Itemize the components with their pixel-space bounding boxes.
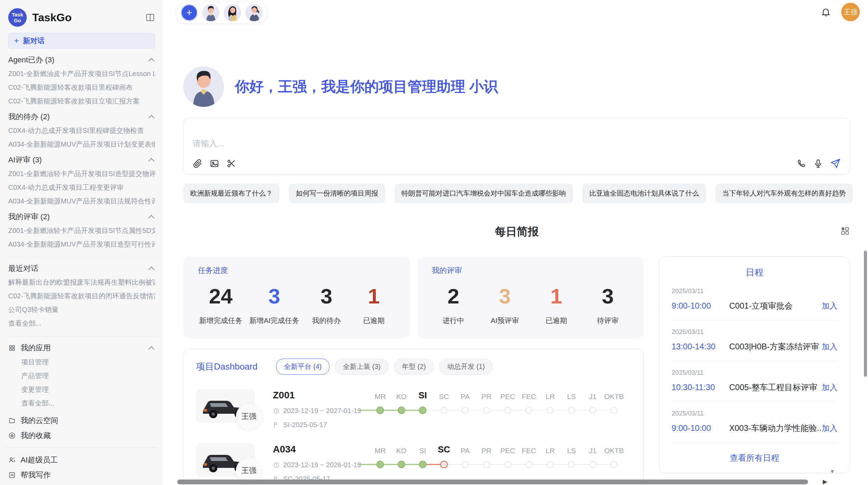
sidebar-item-favorites[interactable]: 我的收藏 <box>8 431 155 440</box>
milestone[interactable]: LS <box>561 443 582 471</box>
join-link[interactable]: 加入 <box>822 423 837 434</box>
scroll-down-arrow-icon[interactable]: ▼ <box>830 469 835 475</box>
milestone[interactable]: SC <box>433 389 455 417</box>
phone-icon[interactable] <box>796 159 806 169</box>
milestone[interactable]: OKTB <box>603 389 625 417</box>
task-item[interactable]: A034-全新新能源MUV产品开发项目法规符合性评审 <box>8 197 155 206</box>
conversation-item[interactable]: 解释最新出台的欧盟报废车法规再生塑料比例被调至15%... <box>8 278 155 287</box>
app-item[interactable]: 查看全部... <box>21 399 155 408</box>
task-item[interactable]: A034-全新新能源MUV产品开发项目计划变更表编写 <box>8 140 155 149</box>
chat-input[interactable]: 请输入... <box>184 118 850 149</box>
milestone[interactable]: PEC <box>497 443 518 471</box>
image-icon[interactable] <box>209 159 219 169</box>
milestone[interactable]: FEC <box>518 443 540 471</box>
suggestion-chip[interactable]: 欧洲新规最近颁布了什么？ <box>183 184 279 203</box>
stat[interactable]: 3 AI预评审 <box>485 278 525 325</box>
project-thumbnail: 王强 <box>196 443 255 477</box>
milestone[interactable]: PA <box>455 389 476 417</box>
schedule-event-title: C001-立项审批会 <box>729 300 822 311</box>
paperclip-icon[interactable] <box>193 159 203 169</box>
task-item[interactable]: C0X4-动力总成开发项目SI里程碑提交物检查 <box>8 126 155 135</box>
view-all-schedule-link[interactable]: 查看所有日程 <box>672 452 837 463</box>
sidebar-collapse-icon[interactable] <box>145 13 155 22</box>
join-link[interactable]: 加入 <box>822 382 837 393</box>
conversation-item[interactable]: 公司Q3轻卡销量 <box>8 305 155 314</box>
milestone[interactable]: MR <box>370 389 391 417</box>
vertical-scrollbar[interactable] <box>864 251 867 377</box>
suggestion-chip[interactable]: 比亚迪全固态电池计划具体说了什么 <box>582 184 706 203</box>
scissors-icon[interactable] <box>226 159 236 169</box>
milestone[interactable]: SI <box>412 443 433 471</box>
filter-tab[interactable]: 动总开发 (1) <box>439 359 493 375</box>
task-item[interactable]: A034-全新新能源MUV产品开发项目造型可行性评审 <box>8 240 155 249</box>
join-link[interactable]: 加入 <box>822 301 837 311</box>
sidebar-my-apps[interactable]: 我的应用 <box>8 343 155 353</box>
agent-avatar-1[interactable] <box>202 4 219 21</box>
task-item[interactable]: Z001-全新燃油轻卡产品开发项目SI节点属性5D文件评审 <box>8 226 155 235</box>
milestone[interactable]: LR <box>540 389 561 417</box>
sidebar-section-recent[interactable]: 最近对话 <box>8 264 155 273</box>
task-item[interactable]: C02-飞腾新能源轻客改款项目立项汇报方案 <box>8 97 155 105</box>
stat-label: AI预评审 <box>485 316 525 325</box>
project-row-a034[interactable]: 王强 A034 2023-12-19 ~ 2026-01-19 <box>196 443 631 483</box>
milestone[interactable]: J1 <box>582 389 603 417</box>
owner-badge: 王强 <box>236 403 262 430</box>
milestone[interactable]: PR <box>476 443 497 471</box>
task-item[interactable]: Z001-全新燃油皮卡产品开发项目SI节点Lesson Learn报告 <box>8 69 155 78</box>
stat[interactable]: 1 已逾期 <box>354 278 394 325</box>
milestone[interactable]: PEC <box>497 389 518 417</box>
task-item[interactable]: C02-飞腾新能源轻客改款项目里程碑画布 <box>8 83 155 92</box>
send-icon[interactable] <box>830 158 841 169</box>
suggestion-chip[interactable]: 当下年轻人对汽车外观有怎样的喜好趋势 <box>715 184 853 203</box>
sidebar-item-help-write[interactable]: 帮我写作 <box>8 470 155 480</box>
project-row-z001[interactable]: 王强 Z001 2023-12-19 ~ 2027-01-19 <box>196 389 631 429</box>
task-item[interactable]: C0X4-动力总成开发项目工程变更评审 <box>8 183 155 192</box>
new-chat-button[interactable]: + 新对话 <box>8 33 155 49</box>
conversation-item[interactable]: 查看全部... <box>8 319 155 328</box>
join-link[interactable]: 加入 <box>822 341 837 352</box>
stat[interactable]: 24 新增完成任务 <box>199 278 242 325</box>
milestone[interactable]: LR <box>540 443 561 471</box>
milestone[interactable]: LS <box>561 389 582 417</box>
app-item[interactable]: 变更管理 <box>21 385 155 394</box>
suggestion-chip[interactable]: 特朗普可能对进口汽车增税会对中国车企造成哪些影响 <box>395 184 573 203</box>
stat[interactable]: 3 我的待办 <box>306 278 347 325</box>
milestone[interactable]: FEC <box>518 389 540 417</box>
milestone[interactable]: SI <box>412 389 433 417</box>
suggestion-chip[interactable]: 如何写一份清晰的项目周报 <box>289 184 385 203</box>
stat[interactable]: 2 进行中 <box>433 278 474 325</box>
milestone[interactable]: PR <box>476 389 497 417</box>
task-item[interactable]: Z001-全新燃油轻卡产品开发项目SI造型提交物评审 <box>8 169 155 178</box>
sidebar-item-ai-staff[interactable]: AI超级员工 <box>8 455 155 465</box>
stat[interactable]: 3 新增AI完成任务 <box>249 278 299 325</box>
milestone[interactable]: PA <box>455 443 476 471</box>
sidebar-section-agent-done[interactable]: Agent已办 (3) <box>8 55 155 64</box>
agent-avatar-2[interactable] <box>224 4 241 21</box>
milestone[interactable]: KO <box>391 389 412 417</box>
filter-tab[interactable]: 全新平台 (4) <box>276 359 329 375</box>
layout-grid-icon[interactable] <box>840 226 850 236</box>
milestone[interactable]: MR <box>370 443 391 471</box>
scroll-right-arrow-icon[interactable]: ▶ <box>823 478 827 485</box>
app-item[interactable]: 产品管理 <box>21 371 155 380</box>
notification-bell-icon[interactable] <box>821 7 831 17</box>
sidebar-section-my-todo[interactable]: 我的待办 (2) <box>8 112 155 121</box>
filter-tab[interactable]: 年型 (2) <box>394 359 434 375</box>
app-item[interactable]: 项目管理 <box>21 358 155 366</box>
conversation-item[interactable]: C02-飞腾新能源轻客改款项目的闭环通告反馈情况 <box>8 291 155 300</box>
agent-avatar-3[interactable] <box>245 4 263 21</box>
sidebar-section-my-review[interactable]: 我的评审 (2) <box>8 212 155 221</box>
add-agent-button[interactable]: + <box>181 4 198 21</box>
milestone[interactable]: J1 <box>582 443 603 471</box>
sidebar-section-ai-review[interactable]: AI评审 (3) <box>8 156 155 164</box>
milestone[interactable]: KO <box>391 443 412 471</box>
milestone[interactable]: OKTB <box>603 443 625 471</box>
filter-tab[interactable]: 全新上装 (3) <box>335 359 388 375</box>
sidebar-item-cloud-space[interactable]: 我的云空间 <box>8 416 155 425</box>
milestone[interactable]: SC <box>433 443 455 471</box>
user-avatar[interactable]: 王强 <box>841 3 860 21</box>
horizontal-scrollbar[interactable] <box>177 480 808 484</box>
stat[interactable]: 3 待评审 <box>588 278 628 325</box>
microphone-icon[interactable] <box>813 159 823 169</box>
stat[interactable]: 1 已逾期 <box>536 278 577 325</box>
